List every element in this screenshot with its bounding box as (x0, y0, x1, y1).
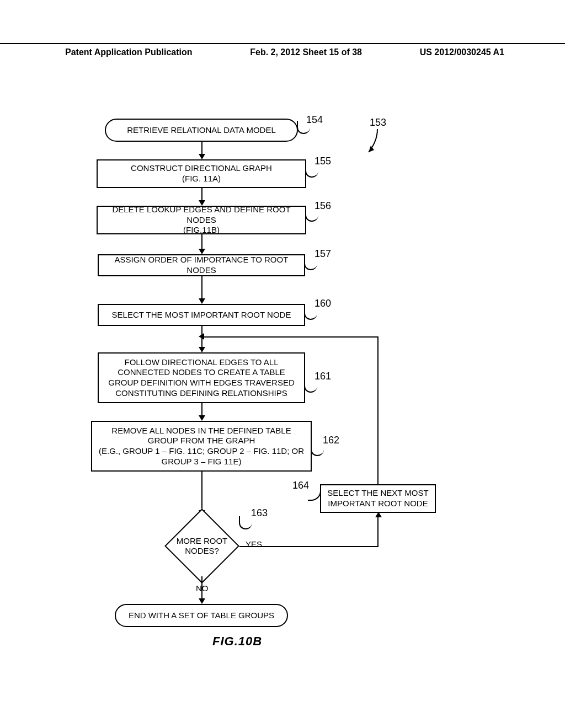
step-162-box: REMOVE ALL NODES IN THE DEFINED TABLE GR… (91, 421, 312, 472)
step-164-box: SELECT THE NEXT MOST IMPORTANT ROOT NODE (320, 484, 436, 513)
step-156-box: DELETE LOOKUP EDGES AND DEFINE ROOT NODE… (97, 206, 306, 234)
step-157-text: ASSIGN ORDER OF IMPORTANCE TO ROOT NODES (103, 255, 300, 276)
ref-153: 153 (370, 117, 386, 129)
step-164-text: SELECT THE NEXT MOST IMPORTANT ROOT NODE (326, 488, 430, 509)
step-161-text: FOLLOW DIRECTIONAL EDGES TO ALL CONNECTE… (103, 357, 300, 399)
ref-160-hook (304, 307, 317, 320)
arrow-161-162-head (199, 415, 205, 421)
flow-end-terminator: END WITH A SET OF TABLE GROUPS (115, 604, 288, 627)
ref-156-hook (305, 208, 318, 222)
arrow-155-156-line (201, 188, 202, 200)
step-160-text: SELECT THE MOST IMPORTANT ROOT NODE (112, 310, 291, 320)
ref-154-hook (297, 121, 310, 134)
ref-164: 164 (292, 480, 309, 491)
arrow-yes-vline-up (377, 517, 379, 547)
step-161-box: FOLLOW DIRECTIONAL EDGES TO ALL CONNECTE… (98, 352, 305, 403)
step-154-text: RETRIEVE RELATIONAL DATA MODEL (127, 125, 276, 136)
ref-162-hook (311, 443, 324, 456)
svg-marker-0 (369, 146, 374, 152)
arrow-no-vline (201, 576, 202, 598)
ref-153-pointer (367, 128, 384, 156)
arrow-154-155-line (201, 142, 202, 154)
arrow-162-163-line (201, 472, 202, 510)
arrow-156-157-head (199, 249, 205, 254)
step-156-text: DELETE LOOKUP EDGES AND DEFINE ROOT NODE… (102, 205, 301, 235)
arrow-157-160-line (201, 276, 202, 298)
label-yes: YES (246, 539, 262, 549)
flowchart-figure: RETRIEVE RELATIONAL DATA MODEL 154 153 C… (0, 0, 565, 728)
arrow-yes-hline (239, 546, 377, 547)
loop-vline (377, 336, 379, 484)
ref-163-hook (239, 516, 252, 529)
arrow-156-157-line (201, 234, 202, 249)
decision-163: MORE ROOT NODES? (163, 516, 241, 576)
step-157-box: ASSIGN ORDER OF IMPORTANCE TO ROOT NODES (98, 254, 305, 276)
arrow-157-160-head (199, 298, 205, 304)
arrow-161-162-line (201, 403, 202, 415)
figure-label: FIG.10B (212, 634, 262, 649)
step-162-text: REMOVE ALL NODES IN THE DEFINED TABLE GR… (97, 426, 306, 467)
ref-157-hook (304, 257, 317, 270)
step-160-box: SELECT THE MOST IMPORTANT ROOT NODE (98, 304, 305, 326)
ref-164-hook (308, 488, 321, 501)
ref-162: 162 (323, 435, 339, 446)
patent-page: Patent Application Publication Feb. 2, 2… (0, 0, 565, 728)
step-155-box: CONSTRUCT DIRECTIONAL GRAPH (FIG. 11A) (97, 159, 306, 188)
ref-155-hook (305, 164, 318, 178)
ref-163: 163 (251, 507, 268, 519)
flow-start-terminator: RETRIEVE RELATIONAL DATA MODEL (105, 119, 298, 142)
arrow-no-head (199, 598, 205, 604)
arrow-154-155-head (199, 154, 205, 159)
loop-hline (202, 336, 379, 338)
arrow-160-161-head (199, 347, 205, 352)
step-155-text: CONSTRUCT DIRECTIONAL GRAPH (FIG. 11A) (131, 163, 272, 184)
ref-161-hook (304, 379, 317, 393)
decision-163-text: MORE ROOT NODES? (169, 536, 235, 556)
step-end-text: END WITH A SET OF TABLE GROUPS (129, 611, 274, 621)
